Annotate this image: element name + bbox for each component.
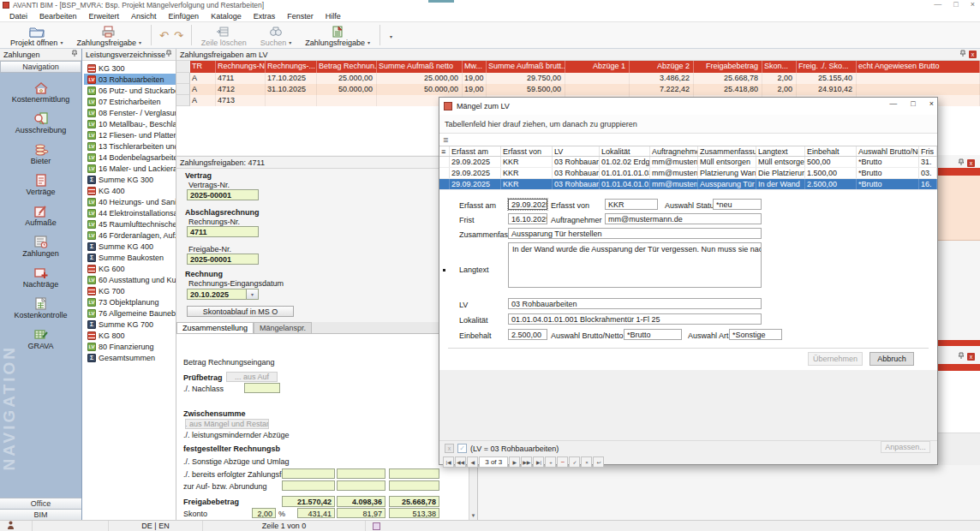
menu-einfuegen[interactable]: Einfügen (163, 12, 206, 21)
tree-item[interactable]: 06 Putz- und Stuckarbeiten, (84, 85, 176, 96)
payment-release-print-button[interactable]: Zahlungsfreigabe▾ (69, 22, 148, 48)
menu-ansicht[interactable]: Ansicht (125, 12, 163, 21)
tree-item[interactable]: Summe KG 300 (84, 174, 176, 185)
redo-icon[interactable]: ↷ (174, 29, 183, 42)
dialog-close-button[interactable]: × (929, 99, 934, 108)
row-selector[interactable] (176, 95, 190, 106)
column-header[interactable]: Skon... (762, 61, 797, 73)
maengel-row[interactable]: 29.09.2025 KKR 03 Rohbauarbeiten 01.01.0… (439, 179, 937, 190)
maengel-row[interactable]: 29.09.2025 KKR 03 Rohbauarbeiten 01.01.0… (439, 168, 937, 179)
sidebar-item-zahlungen[interactable]: Zahlungen (0, 235, 81, 266)
tree-item[interactable]: 14 Bodenbelagsarbeiten (84, 152, 176, 163)
language-indicator[interactable]: DE | EN (109, 521, 203, 531)
tree-item[interactable]: Summe Baukosten (84, 252, 176, 263)
abrundung-field-1[interactable] (282, 480, 335, 491)
tree-item[interactable]: 10 Metallbau-, Beschlag- un (84, 118, 176, 129)
column-header[interactable]: TR (190, 61, 216, 73)
sidebar-item-aufmasse[interactable]: Aufmaße (0, 204, 81, 235)
menu-erweitert[interactable]: Erweitert (83, 12, 126, 21)
tree-item[interactable]: 46 Förderanlagen, Aufzugsa (84, 230, 176, 241)
column-header[interactable]: Langtext (756, 146, 805, 156)
abbruch-button[interactable]: Abbruch (869, 352, 914, 366)
aus-aufmass-button[interactable]: ... aus Auf (226, 372, 278, 382)
column-header[interactable]: Mw... (463, 61, 487, 73)
close-panel-icon[interactable]: x (967, 159, 975, 167)
undo-icon[interactable]: ↶ (159, 29, 169, 42)
sidebar-item-vertraege[interactable]: Verträge (0, 173, 81, 204)
nav-next-page-icon[interactable]: ▶▶ (521, 456, 532, 468)
column-header[interactable]: Rechnungs-... (266, 61, 317, 73)
tree-item[interactable]: Summe KG 400 (84, 241, 176, 252)
lv-input[interactable]: 03 Rohbauarbeiten (508, 298, 762, 309)
row-selector[interactable] (176, 84, 190, 95)
aus-maengel-button[interactable]: ... aus Mängel und Restarb (185, 419, 269, 429)
nav-first-icon[interactable]: |◀ (443, 456, 454, 468)
maengel-row[interactable]: 29.09.2025 KKR 03 Rohbauarbeiten 01.02.0… (439, 157, 937, 168)
close-panel-icon[interactable]: x (967, 353, 975, 361)
sidebar-item-kostenermittlung[interactable]: Kostenermittlung (0, 81, 81, 111)
table-row[interactable]: A 4712 31.10.2025 50.000,00 50.000,00 19… (176, 84, 980, 95)
tree-item[interactable]: Summe KG 700 (84, 319, 176, 330)
tree-item[interactable]: 07 Estricharbeiten (84, 96, 176, 107)
erfasst-von-input[interactable]: KKR (605, 199, 658, 210)
tree-item[interactable]: 76 Allgemeine Baunebenko (84, 307, 176, 319)
nav-refresh-icon[interactable]: ↩ (593, 456, 604, 468)
tree-item[interactable]: KG 300 (84, 63, 176, 74)
bereits-field-2[interactable] (337, 468, 385, 479)
nav-delete-icon[interactable]: − (557, 456, 568, 468)
bereits-field-3[interactable] (389, 468, 439, 479)
auswahl-art-input[interactable]: *Sonstige (729, 329, 782, 340)
minimize-button[interactable]: — (934, 0, 941, 9)
chevron-down-icon[interactable]: ▾ (60, 39, 63, 45)
tree-item[interactable]: Gesamtsummen (84, 352, 176, 363)
column-header[interactable]: Summe Aufmaß netto (377, 61, 463, 73)
nav-last-icon[interactable]: ▶| (533, 456, 544, 468)
tree-item[interactable]: KG 600 (84, 263, 176, 274)
maximize-button[interactable]: □ (953, 0, 958, 9)
nav-append-icon[interactable]: + (545, 456, 556, 468)
menu-kataloge[interactable]: Kataloge (205, 12, 248, 21)
rechnungs-nr-field[interactable]: 4711 (187, 226, 259, 237)
menu-hilfe[interactable]: Hilfe (320, 12, 347, 21)
payment-release-export-button[interactable]: Zahlungsfreigabe▾ (298, 22, 377, 48)
sidebar-item-nachtraege[interactable]: Nachträge (0, 266, 81, 296)
delete-row-button[interactable]: Zeile löschen (194, 22, 254, 48)
table-row[interactable]: A 4711 17.10.2025 25.000,00 25.000,00 19… (176, 73, 980, 84)
tab-bim[interactable]: BIM (0, 509, 81, 520)
group-by-bar[interactable]: Tabellenfeld hier drauf ziehen, um danac… (439, 115, 937, 134)
tree-item[interactable]: 03 Rohbauarbeiten (84, 74, 176, 85)
sidebar-item-bieter[interactable]: Bieter (0, 142, 81, 173)
chevron-down-icon[interactable]: ▾ (139, 39, 141, 45)
chevron-down-icon[interactable]: ▾ (289, 39, 291, 45)
column-header[interactable]: Erfasst von (501, 146, 553, 156)
nav-prev-page-icon[interactable]: ◀◀ (455, 456, 466, 468)
column-header[interactable]: Betrag Rechnun... (317, 61, 377, 73)
row-selector[interactable] (176, 73, 190, 84)
column-header[interactable]: LV (553, 146, 600, 156)
column-header[interactable]: Lokalität (600, 146, 650, 156)
tree-item[interactable]: 12 Fliesen- und Plattenarbe (84, 129, 176, 140)
lokalitaet-input[interactable]: 01.01.04.01.01.001 Blockrahmentür 1-Fl 2… (508, 313, 762, 325)
frist-input[interactable]: 16.10.2025 (508, 213, 547, 224)
tree-item[interactable]: 80 Finanzierung (84, 341, 176, 352)
dialog-maximize-button[interactable]: □ (911, 99, 915, 108)
menu-fenster[interactable]: Fenster (281, 12, 320, 21)
auswahl-status-input[interactable]: *neu (713, 199, 762, 210)
tab-zusammenstellung[interactable]: Zusammenstellung (176, 322, 254, 333)
skonto-pct-field[interactable]: 2,00 (252, 508, 276, 518)
tree-item[interactable]: 16 Maler- und Lackierarbeit (84, 163, 176, 174)
column-header[interactable]: Freig. ./. Sko... (797, 61, 857, 73)
column-header[interactable]: Zusammenfassung (698, 146, 756, 156)
column-header[interactable]: Abzüge 1 (565, 61, 630, 73)
scroll-down-icon[interactable]: ▼ (469, 511, 477, 520)
column-header[interactable]: Erfasst am (450, 146, 501, 156)
sidebar-item-kostenkontrolle[interactable]: Kostenkontrolle (0, 296, 81, 327)
nav-prev-icon[interactable]: ◀ (467, 456, 478, 468)
column-chooser-icon[interactable]: ☰ (443, 137, 451, 144)
tree-item[interactable]: KG 400 (84, 185, 176, 196)
column-header[interactable]: Abzüge 2 (630, 61, 694, 73)
sidebar-item-ausschreibung[interactable]: Ausschreibung (0, 111, 81, 142)
filter-checkbox[interactable]: ✓ (457, 444, 467, 453)
column-header[interactable]: Rechnungs-N... (216, 61, 266, 73)
uebernehmen-button[interactable]: Übernehmen (808, 352, 863, 366)
